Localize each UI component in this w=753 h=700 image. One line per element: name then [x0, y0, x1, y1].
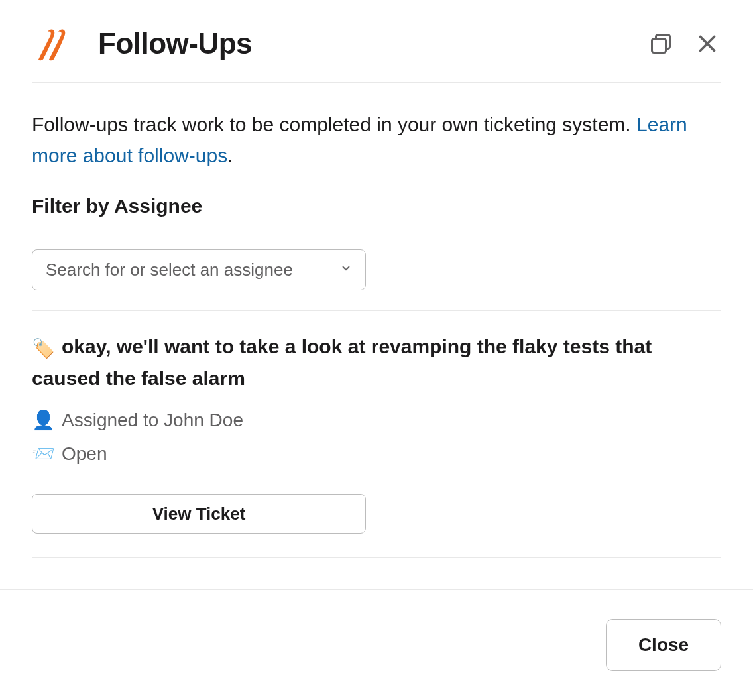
- header-actions: [647, 30, 721, 58]
- ticket-meta: 👤 Assigned to John Doe 📨 Open: [32, 409, 721, 465]
- followups-modal: Follow-Ups Follow-ups track work to be c…: [0, 0, 753, 700]
- intro-description: Follow-ups track work to be completed in…: [32, 113, 636, 135]
- app-logo-icon: [32, 24, 72, 64]
- svg-rect-0: [652, 39, 666, 53]
- ticket-status-text: Open: [62, 443, 107, 465]
- ticket-status: 📨 Open: [32, 443, 721, 465]
- filter-label: Filter by Assignee: [32, 195, 721, 217]
- ticket-assignee: 👤 Assigned to John Doe: [32, 409, 721, 431]
- chevron-down-icon: [340, 262, 352, 277]
- envelope-icon: 📨: [32, 443, 55, 465]
- modal-footer: Close: [0, 589, 753, 700]
- modal-body: Follow-ups track work to be completed in…: [0, 82, 753, 589]
- close-button[interactable]: Close: [606, 619, 721, 671]
- modal-header: Follow-Ups: [0, 0, 753, 82]
- view-ticket-button[interactable]: View Ticket: [32, 494, 366, 534]
- intro-period: .: [227, 145, 233, 166]
- intro-text: Follow-ups track work to be completed in…: [32, 83, 721, 195]
- ticket-item: 🏷️okay, we'll want to take a look at rev…: [32, 311, 721, 557]
- divider: [32, 557, 721, 558]
- person-icon: 👤: [32, 409, 55, 431]
- close-icon[interactable]: [693, 30, 721, 58]
- ticket-assignee-text: Assigned to John Doe: [62, 410, 243, 431]
- ticket-title-text: okay, we'll want to take a look at revam…: [32, 335, 652, 389]
- ticket-title: 🏷️okay, we'll want to take a look at rev…: [32, 331, 721, 394]
- modal-title: Follow-Ups: [98, 27, 647, 60]
- new-window-icon[interactable]: [647, 30, 675, 58]
- label-icon: 🏷️: [32, 338, 55, 359]
- assignee-placeholder: Search for or select an assignee: [46, 260, 293, 280]
- assignee-select[interactable]: Search for or select an assignee: [32, 249, 366, 290]
